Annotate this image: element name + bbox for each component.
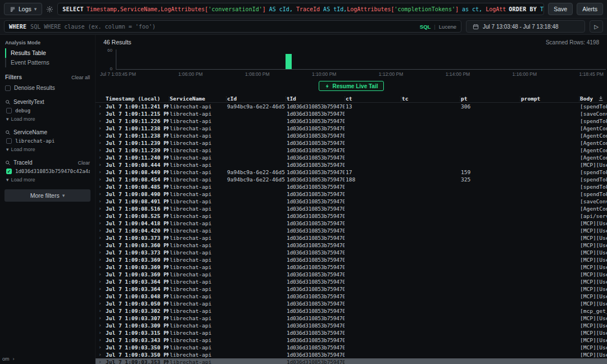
log-row[interactable]: ›Jul 7 1:09:08.525 PMlibrechat-api1d036d…	[96, 212, 607, 220]
expand-row-icon[interactable]: ›	[96, 117, 105, 125]
expand-row-icon[interactable]: ›	[96, 169, 105, 176]
column-header-ct[interactable]: ⋮ct	[345, 95, 401, 102]
log-row[interactable]: ›Jul 7 1:09:03.050 PMlibrechat-api1d036d…	[96, 300, 607, 307]
checkbox-icon[interactable]: ✓	[6, 169, 12, 174]
expand-row-icon[interactable]: ›	[96, 139, 105, 147]
expand-row-icon[interactable]: ›	[96, 256, 105, 263]
clear-all-link[interactable]: Clear all	[71, 75, 90, 80]
log-row[interactable]: ›Jul 7 1:09:11.226 PMlibrechat-api1d036d…	[96, 117, 607, 125]
column-header-pt[interactable]: ⋮pt	[460, 95, 520, 102]
source-selector[interactable]: Logs ▾	[4, 3, 42, 15]
log-row[interactable]: ›Jul 7 1:09:04.420 PMlibrechat-api1d036d…	[96, 227, 607, 234]
log-row[interactable]: ›Jul 7 1:09:08.516 PMlibrechat-api1d036d…	[96, 205, 607, 212]
column-resize-handle[interactable]: ⋮	[460, 95, 463, 102]
expand-row-icon[interactable]: ›	[96, 249, 105, 256]
column-resize-handle[interactable]: ⋮	[579, 95, 582, 102]
expand-row-icon[interactable]: ›	[96, 300, 105, 307]
filter-option-1d036d310853b759470c42a4a[interactable]: ✓1d036d310853b759470c42a4a…	[0, 167, 95, 176]
log-row[interactable]: ›Jul 7 1:09:08.449 PMlibrechat-api9a94bc…	[96, 169, 607, 176]
log-row[interactable]: ›Jul 7 1:09:03.373 PMlibrechat-api1d036d…	[96, 249, 607, 256]
log-row[interactable]: ›Jul 7 1:09:03.343 PMlibrechat-api1d036d…	[96, 336, 607, 344]
expand-row-icon[interactable]: ›	[96, 293, 105, 300]
histogram-bar[interactable]	[286, 54, 292, 69]
log-row[interactable]: ›Jul 7 1:09:03.369 PMlibrechat-api1d036d…	[96, 263, 607, 271]
log-row[interactable]: ›Jul 7 1:09:03.364 PMlibrechat-api1d036d…	[96, 278, 607, 285]
log-row[interactable]: ›Jul 7 1:09:03.353 PMlibrechat-api1d036d…	[96, 358, 607, 364]
where-input[interactable]	[30, 24, 416, 30]
log-row[interactable]: ›Jul 7 1:09:11.215 PMlibrechat-api1d036d…	[96, 110, 607, 117]
expand-row-icon[interactable]: ›	[96, 183, 105, 190]
log-row[interactable]: ›Jul 7 1:09:03.373 PMlibrechat-api1d036d…	[96, 234, 607, 242]
log-row[interactable]: ›Jul 7 1:09:08.490 PMlibrechat-api1d036d…	[96, 190, 607, 198]
log-row[interactable]: ›Jul 7 1:09:03.360 PMlibrechat-api1d036d…	[96, 242, 607, 249]
expand-row-icon[interactable]: ›	[96, 103, 105, 110]
download-icon[interactable]	[598, 95, 604, 101]
column-resize-handle[interactable]: ⋮	[286, 95, 288, 102]
filter-option-librechat-api[interactable]: librechat-api	[0, 136, 95, 145]
log-row[interactable]: ›Jul 7 1:09:03.369 PMlibrechat-api1d036d…	[96, 256, 607, 263]
log-row[interactable]: ›Jul 7 1:09:03.369 PMlibrechat-api1d036d…	[96, 271, 607, 278]
expand-row-icon[interactable]: ›	[96, 190, 105, 198]
log-row[interactable]: ›Jul 7 1:09:11.239 PMlibrechat-api1d036d…	[96, 147, 607, 154]
log-row[interactable]: ›Jul 7 1:09:03.302 PMlibrechat-api1d036d…	[96, 307, 607, 315]
expand-row-icon[interactable]: ›	[96, 161, 105, 169]
expand-row-icon[interactable]: ›	[96, 154, 105, 161]
expand-row-icon[interactable]: ›	[96, 307, 105, 315]
load-more-link[interactable]: ▾Load more	[0, 115, 95, 123]
load-more-link[interactable]: ▾Load more	[0, 145, 95, 153]
clear-filter-link[interactable]: Clear	[78, 160, 90, 166]
expand-row-icon[interactable]: ›	[96, 336, 105, 344]
expand-row-icon[interactable]: ›	[96, 344, 105, 351]
checkbox-icon[interactable]	[6, 108, 12, 113]
expand-row-icon[interactable]: ›	[96, 271, 105, 278]
expand-row-icon[interactable]: ›	[96, 285, 105, 293]
column-header-prompt[interactable]: ⋮prompt	[520, 95, 579, 102]
expand-row-icon[interactable]: ›	[96, 220, 105, 227]
expand-row-icon[interactable]: ›	[96, 212, 105, 220]
analysis-mode-results-table[interactable]: Results Table	[5, 48, 90, 58]
column-header-tid[interactable]: ⋮tId	[286, 95, 345, 102]
log-row[interactable]: ›Jul 7 1:09:08.454 PMlibrechat-api9a94bc…	[96, 176, 607, 183]
sql-toggle[interactable]: SQL	[420, 24, 431, 30]
log-row[interactable]: ›Jul 7 1:09:11.239 PMlibrechat-api1d036d…	[96, 139, 607, 147]
gear-icon[interactable]	[46, 6, 53, 13]
log-row[interactable]: ›Jul 7 1:09:11.241 PMlibrechat-api9a94bc…	[96, 103, 607, 110]
column-resize-handle[interactable]: ⋮	[345, 95, 348, 102]
query-editor[interactable]: SELECT Timestamp,ServiceName,LogAttribut…	[57, 3, 544, 15]
column-header-tc[interactable]: ⋮tc	[401, 95, 460, 102]
log-row[interactable]: ›Jul 7 1:09:04.418 PMlibrechat-api1d036d…	[96, 220, 607, 227]
log-row[interactable]: ›Jul 7 1:09:03.364 PMlibrechat-api1d036d…	[96, 285, 607, 293]
checkbox-icon[interactable]	[6, 138, 12, 144]
analysis-mode-event-patterns[interactable]: Event Patterns	[5, 58, 90, 67]
sidebar-footer[interactable]: om ›	[2, 356, 15, 362]
log-row[interactable]: ›Jul 7 1:09:11.238 PMlibrechat-api1d036d…	[96, 132, 607, 139]
expand-row-icon[interactable]: ›	[96, 278, 105, 285]
alerts-button[interactable]: Alerts	[577, 3, 603, 15]
log-row[interactable]: ›Jul 7 1:09:08.444 PMlibrechat-api1d036d…	[96, 161, 607, 169]
expand-row-icon[interactable]: ›	[96, 322, 105, 329]
expand-row-icon[interactable]: ›	[96, 351, 105, 358]
denoise-results-option[interactable]: Denoise Results	[0, 83, 95, 93]
column-resize-handle[interactable]: ⋮	[226, 95, 229, 102]
lucene-toggle[interactable]: Lucene	[439, 24, 456, 30]
column-resize-handle[interactable]: ⋮	[401, 95, 404, 102]
column-header-timestamp-local[interactable]: Timestamp (Local)	[105, 95, 169, 102]
log-row[interactable]: ›Jul 7 1:09:03.350 PMlibrechat-api1d036d…	[96, 344, 607, 351]
log-row[interactable]: ›Jul 7 1:09:03.315 PMlibrechat-api1d036d…	[96, 329, 607, 336]
log-row[interactable]: ›Jul 7 1:09:11.240 PMlibrechat-api1d036d…	[96, 154, 607, 161]
column-header-servicename[interactable]: ⋮ServiceName	[169, 95, 226, 102]
expand-row-icon[interactable]: ›	[96, 125, 105, 132]
log-row[interactable]: ›Jul 7 1:09:11.238 PMlibrechat-api1d036d…	[96, 125, 607, 132]
more-filters-button[interactable]: More filters ▾	[4, 189, 90, 202]
load-more-link[interactable]: ▾Load more	[0, 176, 95, 184]
log-row[interactable]: ›Jul 7 1:09:03.350 PMlibrechat-api1d036d…	[96, 351, 607, 358]
column-resize-handle[interactable]: ⋮	[169, 95, 172, 102]
filter-option-debug[interactable]: debug	[0, 106, 95, 115]
column-resize-handle[interactable]: ⋮	[520, 95, 523, 102]
expand-row-icon[interactable]: ›	[96, 176, 105, 183]
column-header-cid[interactable]: ⋮cId	[226, 95, 286, 102]
checkbox-icon[interactable]	[5, 85, 11, 91]
time-range-picker[interactable]: Jul 7 13:03:48 - Jul 7 13:18:48	[466, 20, 585, 33]
save-button[interactable]: Save	[548, 3, 573, 15]
log-row[interactable]: ›Jul 7 1:09:03.309 PMlibrechat-api1d036d…	[96, 322, 607, 329]
